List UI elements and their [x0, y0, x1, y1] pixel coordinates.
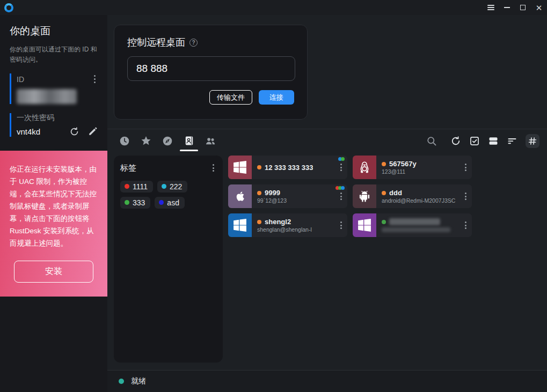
platform-tile: [228, 156, 252, 179]
peer-card[interactable]: 12 333 333 333: [228, 156, 347, 179]
close-button[interactable]: ✕: [531, 0, 547, 15]
tag-color-dot: [162, 184, 166, 189]
one-time-password-value: vnt4kd: [17, 127, 61, 136]
star-icon: [141, 135, 151, 146]
peer-status-dot: [382, 162, 386, 166]
windows-icon: [233, 160, 247, 174]
id-menu-button[interactable]: [92, 73, 98, 85]
peer-username: android@Redmi-M2007J3SC: [382, 197, 459, 204]
tags-menu-button[interactable]: [210, 162, 216, 174]
regenerate-password-button[interactable]: [69, 127, 79, 137]
linux-tux-icon: [358, 160, 371, 174]
peer-menu-button[interactable]: [338, 220, 344, 231]
peer-menu-button[interactable]: [338, 191, 344, 202]
peer-menu-button[interactable]: [463, 162, 469, 173]
sort-button[interactable]: [507, 136, 517, 146]
peer-card[interactable]: [353, 213, 472, 237]
tab-groups[interactable]: [205, 129, 216, 153]
minimize-button[interactable]: [499, 0, 515, 15]
refresh-icon: [450, 136, 461, 146]
redacted-id-value: [17, 89, 77, 104]
tab-address-book[interactable]: [184, 129, 194, 153]
peer-name: shengl2: [265, 218, 291, 226]
hash-grid-icon: [528, 136, 537, 146]
tag-color-dot: [125, 200, 129, 205]
peer-card[interactable]: ddd android@Redmi-M2007J3SC: [353, 184, 472, 208]
peer-info: [376, 213, 459, 237]
tab-recent-sessions[interactable]: [119, 129, 130, 153]
peer-status-dot: [382, 191, 386, 195]
hamburger-icon: [487, 5, 494, 10]
window-controls: ✕: [483, 0, 547, 15]
windows-icon: [358, 218, 371, 232]
tag-chip[interactable]: 222: [157, 181, 187, 193]
tag-chip[interactable]: 333: [120, 197, 150, 209]
address-book-icon: [184, 135, 194, 146]
statusbar: 就绪: [107, 370, 547, 392]
session-indicators: [339, 157, 345, 161]
one-time-password-section: 一次性密码 vnt4kd: [10, 113, 98, 137]
your-desktop-description: 你的桌面可以通过下面的 ID 和密码访问。: [10, 45, 99, 64]
minimize-icon: [504, 7, 510, 8]
refresh-peers-button[interactable]: [450, 136, 461, 146]
peer-actions: [426, 134, 539, 148]
tag-label: 222: [170, 182, 182, 191]
refresh-icon: [69, 127, 79, 137]
pencil-icon: [88, 127, 98, 136]
remote-id-input[interactable]: [127, 56, 295, 81]
peer-name: ddd: [389, 189, 402, 197]
card-view-icon: [488, 136, 499, 146]
peer-name: 9999: [265, 189, 280, 197]
peer-grid: 12 333 333 333 567567y: [223, 156, 539, 363]
search-icon: [426, 136, 437, 146]
tag-list: 1111 222 333 asd: [120, 181, 216, 209]
peer-menu-button[interactable]: [463, 220, 469, 231]
tab-discovered[interactable]: [162, 129, 173, 153]
peer-menu-button[interactable]: [463, 191, 469, 202]
peer-status-dot: [257, 220, 261, 224]
peer-tabs: [119, 129, 216, 153]
peer-username: 123@111: [382, 168, 459, 175]
card-view-button[interactable]: [488, 136, 499, 146]
maximize-button[interactable]: [515, 0, 531, 15]
control-remote-desktop-card: 控制远程桌面 ? 传输文件 连接: [114, 25, 308, 120]
peer-info: 9999 99`12@123: [252, 184, 334, 208]
peer-username: shenglan@shenglan-l: [257, 226, 334, 233]
sidebar: 你的桌面 你的桌面可以通过下面的 ID 和密码访问。 ID 一次性密码 vnt4…: [0, 15, 107, 392]
search-button[interactable]: [426, 136, 437, 146]
help-icon[interactable]: ?: [189, 39, 198, 47]
one-time-password-label: 一次性密码: [17, 113, 98, 123]
id-section: ID: [10, 73, 98, 104]
tag-chip[interactable]: 1111: [120, 181, 153, 193]
install-button[interactable]: 安装: [14, 261, 93, 283]
install-warning-banner: 你正在运行未安装版本，由于 UAC 限制，作为被控端，会在某些情况下无法控制鼠标…: [0, 151, 107, 297]
close-icon: ✕: [536, 4, 543, 12]
edit-password-button[interactable]: [88, 127, 98, 136]
peer-card[interactable]: 567567y 123@111: [353, 156, 472, 179]
peer-card[interactable]: 9999 99`12@123: [228, 184, 347, 208]
control-remote-desktop-title: 控制远程桌面: [127, 36, 185, 49]
tag-label: 1111: [133, 182, 148, 191]
tag-color-dot: [125, 184, 129, 189]
peer-toolbar: [107, 129, 547, 152]
peer-menu-button[interactable]: [338, 162, 344, 173]
sort-icon: [507, 136, 517, 146]
grid-view-button[interactable]: [526, 134, 539, 148]
peer-card[interactable]: shengl2 shenglan@shenglan-l: [228, 213, 347, 237]
transfer-file-button[interactable]: 传输文件: [209, 90, 252, 105]
connection-status-text: 就绪: [131, 376, 146, 386]
tag-chip[interactable]: asd: [155, 197, 185, 209]
clock-icon: [119, 136, 130, 146]
tag-color-dot: [159, 200, 164, 205]
your-desktop-title: 你的桌面: [10, 24, 98, 38]
connect-button[interactable]: 连接: [259, 90, 294, 105]
peer-name: 567567y: [389, 160, 417, 168]
id-label: ID: [17, 75, 24, 84]
redacted-peer-username: [382, 227, 450, 232]
multi-select-button[interactable]: [469, 136, 480, 146]
menu-button[interactable]: [483, 0, 499, 15]
peer-status-dot: [257, 165, 261, 169]
tab-favorites[interactable]: [141, 129, 151, 153]
windows-icon: [233, 218, 247, 232]
tag-label: 333: [133, 198, 145, 207]
